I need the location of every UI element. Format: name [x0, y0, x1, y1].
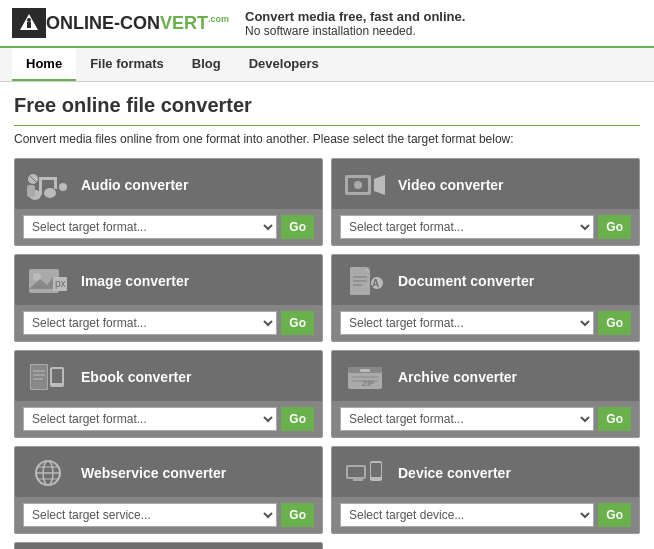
svg-rect-48	[348, 467, 364, 477]
header-tagline: Convert media free, fast and online. No …	[245, 9, 465, 38]
document-card-footer: Select target format... Go	[332, 305, 639, 341]
ebook-card-header: Ebook converter	[15, 351, 322, 401]
audio-card-footer: Select target format... Go	[15, 209, 322, 245]
svg-rect-1	[27, 22, 31, 28]
converter-grid: Audio converter Select target format... …	[14, 158, 640, 549]
logo-icon-box	[12, 8, 46, 38]
video-card-footer: Select target format... Go	[332, 209, 639, 245]
svg-point-10	[59, 183, 67, 191]
webservice-go-button[interactable]: Go	[281, 503, 314, 527]
webservice-card-header: Webservice converter	[15, 447, 322, 497]
svg-marker-13	[374, 175, 385, 195]
svg-rect-35	[52, 369, 62, 383]
ebook-card-title: Ebook converter	[81, 369, 191, 385]
archive-converter-card: ZIP Archive converter Select target form…	[331, 350, 640, 438]
svg-rect-51	[371, 463, 381, 477]
audio-card-title: Audio converter	[81, 177, 188, 193]
video-card-title: Video converter	[398, 177, 504, 193]
device-card-header: Device converter	[332, 447, 639, 497]
image-go-button[interactable]: Go	[281, 311, 314, 335]
svg-rect-6	[54, 177, 57, 189]
svg-rect-30	[31, 365, 47, 389]
video-format-select[interactable]: Select target format...	[340, 215, 594, 239]
webservice-icon	[25, 455, 71, 491]
nav-file-formats[interactable]: File formats	[76, 48, 178, 81]
svg-point-15	[354, 181, 362, 189]
webservice-card-title: Webservice converter	[81, 465, 226, 481]
page-title: Free online file converter	[14, 94, 640, 126]
page-description: Convert media files online from one form…	[14, 132, 640, 146]
webservice-converter-card: Webservice converter Select target servi…	[14, 446, 323, 534]
archive-icon: ZIP	[342, 359, 388, 395]
svg-rect-11	[27, 185, 35, 197]
ebook-converter-card: Ebook converter Select target format... …	[14, 350, 323, 438]
video-go-button[interactable]: Go	[598, 215, 631, 239]
video-icon	[342, 167, 388, 203]
main-content: Free online file converter Convert media…	[0, 82, 654, 549]
svg-point-7	[44, 188, 56, 198]
archive-card-title: Archive converter	[398, 369, 517, 385]
document-converter-card: A Document converter Select target forma…	[331, 254, 640, 342]
nav-developers[interactable]: Developers	[235, 48, 333, 81]
image-converter-card: px Image converter Select target format.…	[14, 254, 323, 342]
audio-go-button[interactable]: Go	[281, 215, 314, 239]
video-converter-card: Video converter Select target format... …	[331, 158, 640, 246]
archive-card-header: ZIP Archive converter	[332, 351, 639, 401]
image-format-select[interactable]: Select target format...	[23, 311, 277, 335]
archive-card-footer: Select target format... Go	[332, 401, 639, 437]
main-nav: Home File formats Blog Developers	[0, 48, 654, 82]
ebook-go-button[interactable]: Go	[281, 407, 314, 431]
logo-text: ONLINE-CONVERT.com	[46, 13, 229, 34]
ebook-format-select[interactable]: Select target format...	[23, 407, 277, 431]
svg-text:ZIP: ZIP	[362, 379, 374, 388]
svg-point-2	[27, 18, 31, 22]
audio-format-select[interactable]: Select target format...	[23, 215, 277, 239]
hash-converter-card: # MD Hash generator Select target format…	[14, 542, 323, 549]
audio-converter-card: Audio converter Select target format... …	[14, 158, 323, 246]
audio-card-header: Audio converter	[15, 159, 322, 209]
svg-rect-49	[353, 479, 363, 481]
ebook-icon	[25, 359, 71, 395]
svg-point-52	[375, 478, 377, 480]
nav-home[interactable]: Home	[12, 48, 76, 81]
tagline-sub: No software installation needed.	[245, 24, 465, 38]
webservice-card-footer: Select target service... Go	[15, 497, 322, 533]
device-card-footer: Select target device... Go	[332, 497, 639, 533]
ebook-card-footer: Select target format... Go	[15, 401, 322, 437]
nav-blog[interactable]: Blog	[178, 48, 235, 81]
device-go-button[interactable]: Go	[598, 503, 631, 527]
device-target-select[interactable]: Select target device...	[340, 503, 594, 527]
svg-text:px: px	[55, 278, 66, 289]
document-card-title: Document converter	[398, 273, 534, 289]
logo[interactable]: ONLINE-CONVERT.com	[12, 8, 229, 38]
archive-format-select[interactable]: Select target format...	[340, 407, 594, 431]
header: ONLINE-CONVERT.com Convert media free, f…	[0, 0, 654, 48]
tagline-main: Convert media free, fast and online.	[245, 9, 465, 24]
video-card-header: Video converter	[332, 159, 639, 209]
svg-rect-38	[360, 369, 370, 372]
image-card-title: Image converter	[81, 273, 189, 289]
audio-icon	[25, 167, 71, 203]
document-card-header: A Document converter	[332, 255, 639, 305]
document-go-button[interactable]: Go	[598, 311, 631, 335]
image-card-footer: Select target format... Go	[15, 305, 322, 341]
document-format-select[interactable]: Select target format...	[340, 311, 594, 335]
hash-card-header: # MD Hash generator	[15, 543, 322, 549]
device-converter-card: Device converter Select target device...…	[331, 446, 640, 534]
device-card-title: Device converter	[398, 465, 511, 481]
image-icon: px	[25, 263, 71, 299]
image-card-header: px Image converter	[15, 255, 322, 305]
document-icon: A	[342, 263, 388, 299]
webservice-service-select[interactable]: Select target service...	[23, 503, 277, 527]
archive-go-button[interactable]: Go	[598, 407, 631, 431]
device-icon	[342, 455, 388, 491]
svg-text:A: A	[372, 278, 379, 289]
